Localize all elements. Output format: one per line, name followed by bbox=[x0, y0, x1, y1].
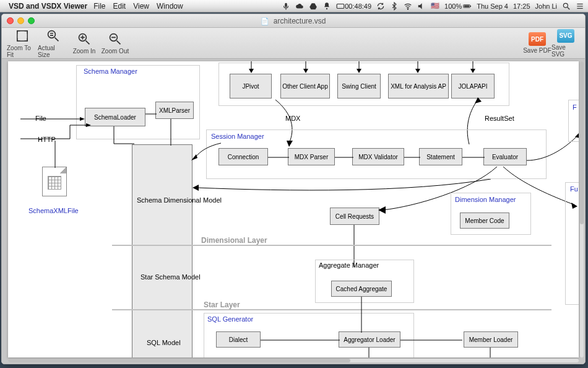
box-evaluator: Evaluator bbox=[483, 148, 527, 165]
magnifier-equal-icon bbox=[46, 28, 61, 43]
label-aggregate-manager: Aggregate Manager bbox=[319, 261, 379, 269]
status-volume-icon[interactable] bbox=[417, 2, 426, 11]
schema-xml-file-icon bbox=[42, 167, 67, 196]
horizontal-thumb[interactable] bbox=[8, 359, 350, 362]
mac-menubar: VSD and VSDX Viewer File Edit View Windo… bbox=[0, 0, 588, 12]
svg-line-11 bbox=[568, 7, 570, 9]
canvas-viewport[interactable]: Schema Manager JPivot Other Client App S… bbox=[2, 59, 585, 364]
box-xml-analysis: XML for Analysis AP bbox=[388, 74, 449, 99]
box-statement: Statement bbox=[419, 148, 462, 165]
box-cached-aggregate: Cached Aggregate bbox=[331, 281, 392, 297]
menu-file[interactable]: File bbox=[93, 2, 105, 11]
status-drive-icon[interactable] bbox=[309, 2, 318, 11]
label-schema-manager: Schema Manager bbox=[84, 68, 137, 75]
label-sdm: Schema Dimensional Model bbox=[137, 196, 222, 204]
svg-icon: SVG bbox=[557, 29, 574, 43]
menu-window[interactable]: Window bbox=[157, 2, 183, 11]
box-mdx-validator: MDX Validator bbox=[352, 148, 404, 165]
vertical-scrollbar[interactable] bbox=[580, 61, 584, 357]
svg-rect-9 bbox=[470, 6, 471, 7]
app-window: 📄 architecture.vsd Zoom To Fit Actual Si… bbox=[1, 14, 586, 364]
actual-size-button[interactable]: Actual Size bbox=[38, 28, 69, 58]
label-cut-fu: Fu bbox=[570, 185, 578, 193]
box-dialect: Dialect bbox=[216, 331, 261, 348]
app-menu[interactable]: VSD and VSDX Viewer bbox=[9, 2, 87, 11]
status-mic-icon[interactable] bbox=[282, 2, 290, 11]
line-star bbox=[112, 309, 551, 310]
window-title: 📄 architecture.vsd bbox=[2, 17, 585, 25]
status-clock[interactable]: 17:25 bbox=[513, 2, 530, 10]
status-cloud-icon[interactable] bbox=[295, 2, 304, 11]
label-dimension-manager: Dimension Manager bbox=[455, 196, 516, 203]
status-wifi-icon[interactable] bbox=[404, 2, 412, 11]
status-bell-icon[interactable] bbox=[322, 2, 331, 11]
label-cut-f: F bbox=[573, 103, 577, 111]
label-star-layer: Star Layer bbox=[204, 300, 240, 309]
arrow-session-sdm bbox=[191, 179, 495, 198]
status-sync-icon[interactable] bbox=[376, 2, 385, 11]
status-battery[interactable]: 100% bbox=[444, 2, 472, 11]
titlebar: 📄 architecture.vsd bbox=[2, 14, 585, 28]
status-timer[interactable]: 00:48:49 bbox=[336, 2, 371, 11]
svg-rect-8 bbox=[464, 5, 470, 7]
zoom-in-button[interactable]: Zoom In bbox=[69, 32, 100, 55]
box-sdm-column bbox=[132, 144, 192, 357]
document-icon: 📄 bbox=[261, 17, 269, 25]
label-file: File bbox=[35, 115, 46, 122]
box-swing-client: Swing Client bbox=[337, 74, 381, 99]
spotlight-icon[interactable] bbox=[562, 2, 571, 11]
box-jpivot: JPivot bbox=[230, 74, 272, 99]
pdf-icon: PDF bbox=[529, 32, 546, 46]
box-xml-parser: XMLParser bbox=[155, 102, 194, 119]
svg-line-17 bbox=[55, 37, 59, 41]
label-star-schema: Star Schema Model bbox=[141, 273, 201, 281]
vertical-thumb[interactable] bbox=[580, 61, 584, 224]
box-mdx-parser: MDX Parser bbox=[288, 148, 335, 165]
notification-center-icon[interactable] bbox=[576, 2, 584, 11]
box-aggregator-loader: Aggregator Loader bbox=[339, 331, 400, 348]
zoom-out-button[interactable]: Zoom Out bbox=[100, 32, 131, 55]
label-http: HTTP bbox=[38, 136, 56, 143]
label-schema-xml-file: SchemaXMLFile bbox=[28, 207, 79, 214]
svg-marker-2 bbox=[309, 3, 317, 9]
line-memloader-down bbox=[488, 348, 492, 357]
box-other-client: Other Client App bbox=[280, 74, 330, 99]
status-date[interactable]: Thu Sep 4 bbox=[477, 2, 508, 10]
svg-rect-0 bbox=[285, 2, 288, 7]
svg-point-10 bbox=[563, 3, 568, 7]
label-sql-model: SQL Model bbox=[147, 339, 181, 346]
save-svg-button[interactable]: SVG Save SVG bbox=[551, 29, 580, 58]
svg-line-25 bbox=[117, 41, 121, 45]
box-jolap: JOLAPAPI bbox=[451, 74, 495, 99]
svg-point-3 bbox=[326, 7, 327, 9]
box-cell-requests: Cell Requests bbox=[330, 208, 379, 225]
zoom-fit-icon bbox=[15, 28, 30, 43]
menu-edit[interactable]: Edit bbox=[113, 2, 126, 11]
box-member-code: Member Code bbox=[460, 212, 509, 229]
magnifier-minus-icon bbox=[108, 32, 123, 46]
menu-view[interactable]: View bbox=[133, 2, 149, 11]
status-user[interactable]: John Li bbox=[535, 2, 557, 10]
svg-rect-15 bbox=[17, 30, 28, 41]
region-right-cut-2 bbox=[565, 182, 579, 305]
box-member-loader: Member Loader bbox=[464, 331, 518, 348]
label-dimensional-layer: Dimensional Layer bbox=[201, 236, 267, 245]
svg-rect-4 bbox=[337, 4, 344, 8]
label-sql-generator: SQL Generator bbox=[207, 315, 253, 323]
label-session-manager: Session Manager bbox=[211, 133, 264, 140]
zoom-to-fit-button[interactable]: Zoom To Fit bbox=[7, 28, 38, 58]
svg-rect-1 bbox=[286, 8, 287, 9]
svg-line-21 bbox=[86, 41, 90, 45]
label-resultset: ResultSet bbox=[485, 115, 514, 122]
svg-marker-6 bbox=[418, 3, 422, 9]
status-bluetooth-icon[interactable] bbox=[390, 2, 399, 11]
diagram-paper[interactable]: Schema Manager JPivot Other Client App S… bbox=[8, 61, 579, 357]
magnifier-plus-icon bbox=[77, 32, 92, 46]
horizontal-scrollbar[interactable] bbox=[8, 359, 579, 362]
svg-point-5 bbox=[407, 9, 408, 9]
status-flag-icon[interactable]: 🇺🇸 bbox=[431, 2, 439, 10]
svg-marker-50 bbox=[192, 185, 199, 191]
save-pdf-button[interactable]: PDF Save PDF bbox=[523, 32, 551, 54]
line-dimensional bbox=[112, 245, 551, 246]
label-mdx: MDX bbox=[285, 115, 300, 122]
